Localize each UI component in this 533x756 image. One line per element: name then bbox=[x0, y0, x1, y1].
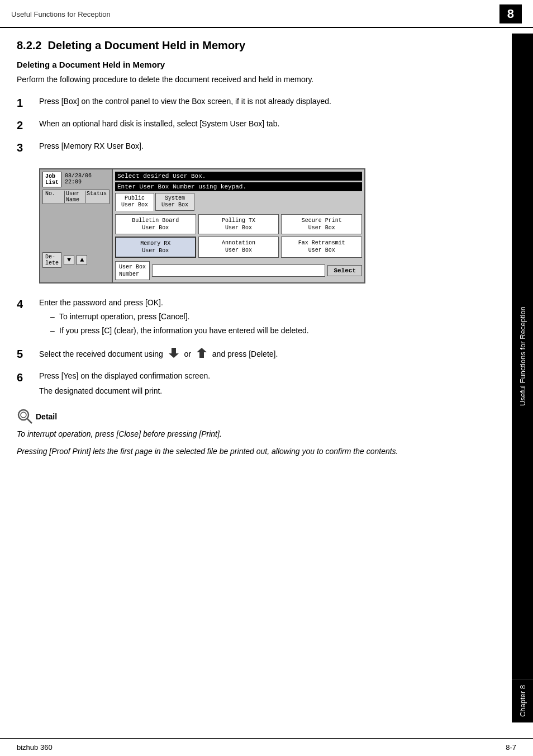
screen-bottom-controls: De-lete ▼ ▲ bbox=[42, 252, 110, 268]
step-4-content: Enter the password and press [OK]. To in… bbox=[39, 297, 494, 339]
step-2: 2 When an optional hard disk is installe… bbox=[17, 118, 494, 133]
intro-text: Perform the following procedure to delet… bbox=[17, 74, 494, 86]
step-2-number: 2 bbox=[17, 118, 39, 133]
step-4: 4 Enter the password and press [OK]. To … bbox=[17, 297, 494, 339]
svg-point-6 bbox=[21, 412, 26, 418]
screen-simulation: JobList 08/28/0622:09 No.UserNameStatus … bbox=[39, 168, 365, 284]
delete-button[interactable]: De-lete bbox=[42, 252, 61, 268]
down-arrow-icon bbox=[168, 347, 180, 359]
btn-secure-print[interactable]: Secure PrintUser Box bbox=[281, 214, 362, 234]
datetime-box: 08/28/0622:09 bbox=[64, 172, 93, 187]
screen-bottom-row: User BoxNumber Select bbox=[115, 261, 362, 280]
btn-annotation[interactable]: AnnotationUser Box bbox=[198, 237, 279, 258]
step-6-content: Press [Yes] on the displayed confirmatio… bbox=[39, 370, 494, 397]
step-3-content: Press [Memory RX User Box]. bbox=[39, 140, 494, 152]
tab-public-user-box[interactable]: PublicUser Box bbox=[115, 193, 154, 211]
table-header: No.UserNameStatus bbox=[42, 190, 110, 204]
btn-bulletin-board[interactable]: Bulletin BoardUser Box bbox=[115, 214, 196, 234]
page-header-title: Useful Functions for Reception bbox=[11, 10, 111, 18]
sidebar-chapter-label: Useful Functions for Reception bbox=[512, 34, 533, 679]
job-list-box: JobList bbox=[42, 172, 61, 187]
svg-marker-1 bbox=[169, 353, 179, 358]
subsection-title: Deleting a Document Held in Memory bbox=[17, 60, 494, 69]
step-1: 1 Press [Box] on the control panel to vi… bbox=[17, 96, 494, 110]
btn-fax-retransmit[interactable]: Fax RetransmitUser Box bbox=[281, 237, 362, 258]
up-arrow-icon bbox=[196, 347, 208, 359]
screen-msg-2: Enter User Box Number using keypad. bbox=[115, 182, 362, 191]
chapter-badge: 8 bbox=[499, 4, 522, 23]
step-6-number: 6 bbox=[17, 370, 39, 385]
magnify-icon bbox=[17, 408, 34, 425]
svg-point-4 bbox=[18, 410, 28, 420]
bullet-2: If you press [C] (clear), the informatio… bbox=[50, 325, 494, 337]
screen-rows bbox=[42, 205, 110, 250]
tab-row: PublicUser Box SystemUser Box bbox=[115, 193, 362, 211]
screen-msg-1: Select desired User Box. bbox=[115, 172, 362, 181]
footer-right: 8-7 bbox=[506, 743, 516, 752]
svg-rect-3 bbox=[199, 351, 204, 358]
user-box-number-btn[interactable]: User BoxNumber bbox=[115, 261, 150, 280]
select-button[interactable]: Select bbox=[327, 265, 362, 276]
step-3: 3 Press [Memory RX User Box]. bbox=[17, 140, 494, 155]
sidebar-chapter-num: Chapter 8 bbox=[512, 679, 533, 722]
footer: bizhub 360 8-7 bbox=[0, 738, 533, 756]
grid-buttons: Bulletin BoardUser Box Polling TXUser Bo… bbox=[115, 214, 362, 258]
btn-memory-rx[interactable]: Memory RXUser Box bbox=[115, 237, 196, 258]
tab-system-user-box[interactable]: SystemUser Box bbox=[155, 193, 194, 211]
step-2-content: When an optional hard disk is installed,… bbox=[39, 118, 494, 130]
step-5-content: Select the received document using or an… bbox=[39, 347, 494, 362]
up-arrow-button[interactable]: ▲ bbox=[77, 255, 87, 265]
step-5-number: 5 bbox=[17, 347, 39, 361]
bullet-1: To interrupt operation, press [Cancel]. bbox=[50, 311, 494, 323]
step-5: 5 Select the received document using or … bbox=[17, 347, 494, 362]
svg-line-5 bbox=[27, 419, 32, 423]
step-1-number: 1 bbox=[17, 96, 39, 110]
step-3-number: 3 bbox=[17, 140, 39, 155]
step-1-content: Press [Box] on the control panel to view… bbox=[39, 96, 494, 107]
detail-italic-1: To interrupt operation, press [Close] be… bbox=[17, 428, 494, 440]
footer-left: bizhub 360 bbox=[17, 743, 53, 752]
step-4-number: 4 bbox=[17, 297, 39, 311]
btn-polling-tx[interactable]: Polling TXUser Box bbox=[198, 214, 279, 234]
down-arrow-button[interactable]: ▼ bbox=[64, 255, 74, 265]
detail-box: Detail To interrupt operation, press [Cl… bbox=[17, 408, 494, 457]
detail-label: Detail bbox=[36, 412, 57, 421]
section-number: 8.2.2 Deleting a Document Held in Memory bbox=[17, 39, 494, 52]
input-area[interactable] bbox=[152, 264, 325, 277]
step-6-subtext: The designated document will print. bbox=[39, 385, 494, 397]
step-6: 6 Press [Yes] on the displayed confirmat… bbox=[17, 370, 494, 397]
detail-italic-2: Pressing [Proof Print] lets the first pa… bbox=[17, 446, 494, 457]
step-4-bullets: To interrupt operation, press [Cancel]. … bbox=[39, 311, 494, 337]
